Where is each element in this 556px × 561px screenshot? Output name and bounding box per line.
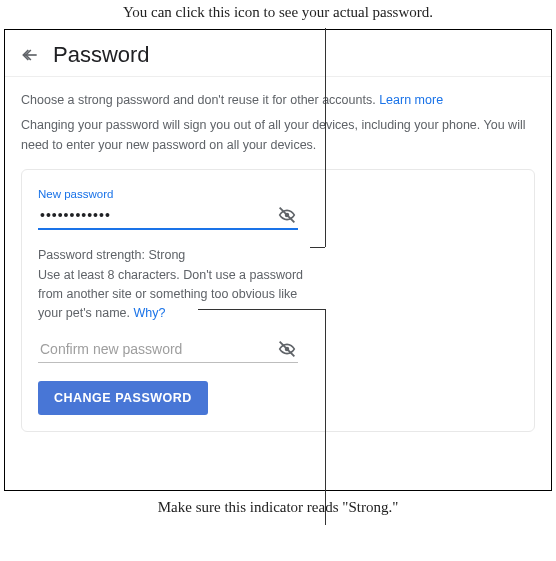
new-password-input[interactable] bbox=[38, 206, 276, 224]
show-confirm-password-icon[interactable] bbox=[276, 338, 298, 360]
confirm-password-row bbox=[38, 338, 298, 363]
why-link[interactable]: Why? bbox=[134, 306, 166, 320]
password-strength-indicator: Password strength: Strong bbox=[38, 248, 518, 262]
password-hint: Use at least 8 characters. Don't use a p… bbox=[38, 266, 308, 322]
new-password-field: New password bbox=[38, 188, 518, 230]
instruction-secondary: Changing your password will sign you out… bbox=[21, 116, 535, 155]
annotation-line bbox=[198, 309, 326, 310]
new-password-row bbox=[38, 204, 298, 230]
annotation-line bbox=[325, 309, 326, 525]
page-title: Password bbox=[53, 42, 150, 68]
back-arrow-icon[interactable] bbox=[19, 44, 41, 66]
form-card: New password Password strength: Strong U… bbox=[21, 169, 535, 432]
header: Password bbox=[5, 30, 551, 77]
annotation-line bbox=[310, 247, 325, 248]
new-password-label: New password bbox=[38, 188, 518, 200]
caption-top: You can click this icon to see your actu… bbox=[0, 0, 556, 29]
hint-text: Use at least 8 characters. Don't use a p… bbox=[38, 268, 303, 320]
confirm-password-input[interactable] bbox=[38, 340, 276, 358]
password-settings-window: Password Choose a strong password and do… bbox=[4, 29, 552, 491]
strength-label: Password strength: bbox=[38, 248, 148, 262]
show-password-icon[interactable] bbox=[276, 204, 298, 226]
body-section: Choose a strong password and don't reuse… bbox=[5, 77, 551, 432]
confirm-password-field bbox=[38, 338, 518, 363]
learn-more-link[interactable]: Learn more bbox=[379, 93, 443, 107]
strength-value: Strong bbox=[148, 248, 185, 262]
annotation-line bbox=[325, 28, 326, 247]
instruction-primary: Choose a strong password and don't reuse… bbox=[21, 91, 535, 110]
change-password-button[interactable]: CHANGE PASSWORD bbox=[38, 381, 208, 415]
caption-bottom: Make sure this indicator reads "Strong." bbox=[0, 491, 556, 520]
